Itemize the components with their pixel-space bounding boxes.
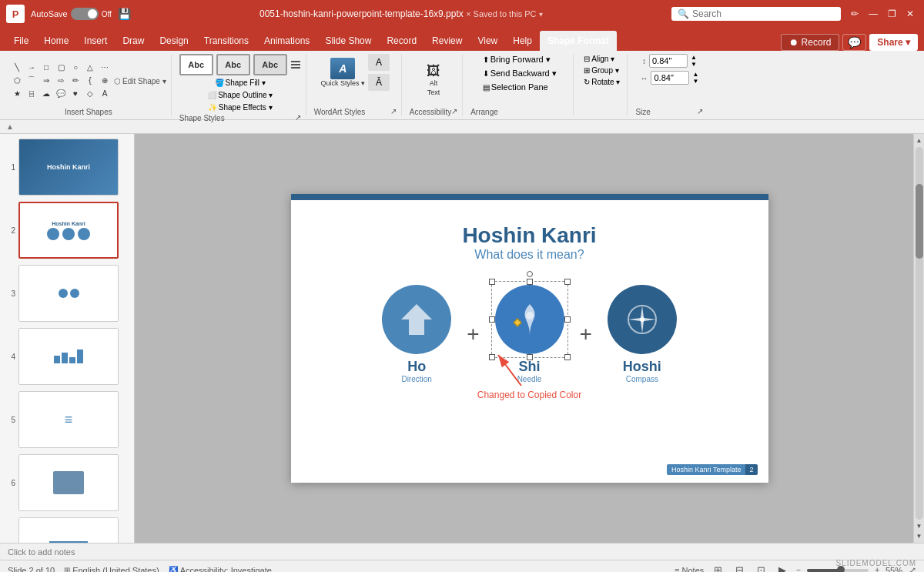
scroll-down-button[interactable]: ▼	[915, 521, 924, 531]
restore-button[interactable]: ❐	[884, 6, 899, 22]
shape-effects-button[interactable]: ✨Shape Effects ▾	[206, 102, 275, 112]
handle-tl[interactable]	[489, 279, 495, 285]
align-button[interactable]: ⊟Align ▾	[581, 54, 617, 64]
right-scrollbar[interactable]: ▲ ▼ ▼	[913, 134, 924, 543]
tab-shapeformat[interactable]: Shape Format	[540, 31, 617, 51]
height-spinner[interactable]: ▲ ▼	[691, 54, 697, 68]
shape-rect[interactable]: □	[40, 61, 52, 73]
shape-curve[interactable]: ⌒	[25, 74, 38, 86]
reading-view-button[interactable]: ⊡	[753, 564, 768, 573]
handle-tr[interactable]	[564, 279, 571, 285]
wordart-expand[interactable]: ↗	[390, 107, 397, 115]
save-icon[interactable]: 💾	[118, 8, 131, 20]
font-color-a[interactable]: A	[368, 54, 390, 71]
shape-arr3[interactable]: ⇨	[55, 74, 67, 86]
tab-record[interactable]: Record	[379, 31, 424, 51]
slide-thumb-2[interactable]: Hoshin Kanri	[18, 202, 119, 259]
shape-arr2[interactable]: ⇒	[40, 74, 52, 86]
height-input[interactable]	[649, 54, 688, 68]
font-color-b[interactable]: Ā	[368, 74, 390, 91]
tab-slideshow[interactable]: Slide Show	[317, 31, 379, 51]
shape-arrow-line[interactable]: →	[25, 61, 38, 73]
width-input[interactable]	[651, 71, 689, 85]
record-button[interactable]: ⏺ Record	[781, 34, 839, 51]
shape-line[interactable]: ╲	[11, 61, 23, 73]
minimize-button[interactable]: —	[865, 6, 881, 22]
share-button[interactable]: Share ▾	[869, 34, 918, 51]
slide-item-6[interactable]: 6	[3, 453, 131, 513]
tab-design[interactable]: Design	[152, 31, 196, 51]
collapse-ribbon-button[interactable]: ▲	[0, 120, 924, 134]
style-box-2[interactable]: Abc	[216, 54, 250, 75]
group-button[interactable]: ⊞Group ▾	[581, 65, 621, 75]
accessibility-expand[interactable]: ↗	[451, 107, 457, 115]
handle-mr[interactable]	[564, 316, 571, 323]
rotate-handle[interactable]	[527, 271, 533, 277]
shape-outline-button[interactable]: ⬜Shape Outline ▾	[205, 90, 275, 100]
shape-rounded-rect[interactable]: ▢	[55, 61, 67, 73]
slide-thumb-1[interactable]: Hoshin Kanri	[18, 139, 119, 196]
search-box[interactable]: 🔍	[671, 7, 841, 21]
pen-icon[interactable]: ✏	[847, 6, 862, 22]
slide-item-7[interactable]: 7	[3, 516, 131, 543]
shape-textbox[interactable]: A	[99, 87, 111, 99]
tab-file[interactable]: File	[6, 31, 36, 51]
alt-text-button[interactable]: 🖼 Alt Text	[420, 62, 447, 98]
tab-draw[interactable]: Draw	[115, 31, 152, 51]
shape-heart[interactable]: ♥	[69, 87, 82, 99]
scroll-thumb[interactable]	[916, 184, 923, 259]
normal-view-button[interactable]: ⊞	[710, 564, 725, 573]
slideshow-view-button[interactable]: ▶	[775, 564, 790, 573]
slide-thumb-7[interactable]	[18, 517, 119, 543]
shape-brace[interactable]: {	[84, 74, 96, 86]
shape-banner[interactable]: ⌸	[25, 87, 38, 99]
slide-thumb-4[interactable]	[18, 328, 119, 385]
shape-star5[interactable]: ★	[11, 87, 23, 99]
zoom-out-button[interactable]: −	[796, 566, 801, 572]
slide-item-4[interactable]: 4	[3, 326, 131, 386]
accessibility-status[interactable]: ♿ Accessibility: Investigate	[169, 566, 272, 573]
shape-fill-button[interactable]: 🪣Shape Fill ▾	[213, 78, 268, 88]
quick-styles-button[interactable]: A Quick Styles ▾	[320, 58, 365, 87]
slide-thumb-5[interactable]: ≡	[18, 391, 119, 448]
bring-forward-button[interactable]: ⬆Bring Forward ▾	[480, 54, 553, 65]
tab-view[interactable]: View	[470, 31, 505, 51]
shape-triangle[interactable]: △	[84, 61, 96, 73]
tab-help[interactable]: Help	[505, 31, 540, 51]
autosave-toggle[interactable]	[71, 8, 99, 20]
tab-review[interactable]: Review	[424, 31, 470, 51]
size-expand[interactable]: ↗	[697, 107, 703, 115]
shape-oval[interactable]: ○	[69, 61, 82, 73]
notes-button[interactable]: ≡ Notes	[675, 566, 704, 573]
slide-item-1[interactable]: 1 Hoshin Kanri	[3, 137, 131, 197]
search-input[interactable]	[692, 8, 835, 19]
shape-styles-expand[interactable]: ↗	[295, 113, 301, 122]
shape-freeform[interactable]: ✏	[69, 74, 82, 86]
shape-more[interactable]: ⋯	[99, 61, 111, 73]
width-spinner[interactable]: ▲ ▼	[692, 71, 698, 85]
scroll-end-button[interactable]: ▼	[915, 531, 924, 541]
selection-pane-button[interactable]: ▤Selection Pane	[480, 82, 551, 92]
shape-pentagon[interactable]: ⬠	[11, 74, 23, 86]
handle-br[interactable]	[564, 354, 571, 360]
style-dropdown-button[interactable]	[290, 60, 301, 69]
slide-thumb-3[interactable]	[18, 265, 119, 322]
send-backward-button[interactable]: ⬇Send Backward ▾	[480, 68, 559, 79]
tab-transitions[interactable]: Transitions	[196, 31, 256, 51]
handle-tm[interactable]	[527, 279, 533, 285]
zoom-slider[interactable]	[807, 569, 869, 572]
slide-canvas[interactable]: Hoshin Kanri What does it mean? Ho Direc…	[291, 194, 768, 483]
close-button[interactable]: ✕	[902, 6, 918, 22]
scroll-track[interactable]	[916, 147, 923, 520]
style-box-1[interactable]: Abc	[179, 54, 213, 75]
shape-extra[interactable]: ⊕	[99, 74, 111, 86]
rotate-button[interactable]: ↻Rotate ▾	[581, 77, 622, 87]
slide-item-2[interactable]: 2 Hoshin Kanri	[3, 200, 131, 260]
notes-bar[interactable]: Click to add notes	[0, 543, 924, 560]
tab-animations[interactable]: Animations	[256, 31, 317, 51]
tab-insert[interactable]: Insert	[76, 31, 115, 51]
style-box-3[interactable]: Abc	[253, 54, 287, 75]
edit-shape-btn[interactable]: ⬡Edit Shape ▾	[114, 77, 166, 85]
shape-cloud[interactable]: ☁	[40, 87, 52, 99]
slide-sorter-button[interactable]: ⊟	[732, 564, 747, 573]
